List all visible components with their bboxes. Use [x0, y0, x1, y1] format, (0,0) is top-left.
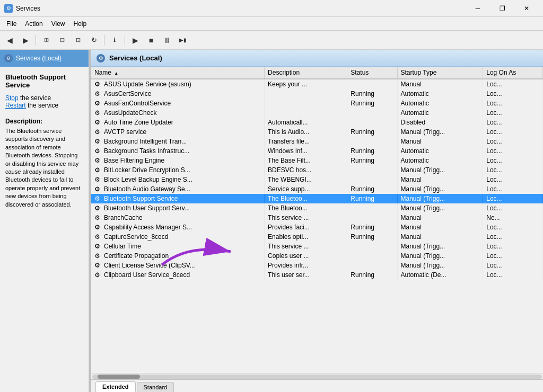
up-one-level-button[interactable]: ⊟: [55, 33, 69, 48]
service-icon: ⚙: [94, 243, 102, 250]
restore-button[interactable]: ❐: [490, 0, 514, 17]
show-hide-action-pane-button[interactable]: ⊡: [71, 33, 85, 48]
table-row[interactable]: ⚙ Background Intelligent Tran... Transfe…: [91, 137, 543, 146]
col-startup[interactable]: Startup Type: [397, 67, 483, 79]
bottom-tabs: Extended Standard: [91, 379, 543, 392]
service-description-cell: Provides faci...: [265, 222, 347, 232]
table-row[interactable]: ⚙ Base Filtering Engine The Base Filt...…: [91, 156, 543, 165]
col-logon[interactable]: Log On As: [483, 67, 543, 79]
service-name-cell: ⚙ Clipboard User Service_8cecd: [91, 270, 265, 280]
tab-standard[interactable]: Standard: [137, 382, 174, 392]
menu-action[interactable]: Action: [21, 19, 47, 29]
service-description-cell: Windows inf...: [265, 146, 347, 156]
menu-help[interactable]: Help: [69, 19, 91, 29]
table-header: Name ▲ Description Status Startup Type L…: [91, 67, 543, 79]
service-name-cell: ⚙ Background Tasks Infrastruc...: [91, 146, 265, 156]
service-icon: ⚙: [94, 204, 102, 212]
menu-file[interactable]: File: [2, 19, 21, 29]
service-logon-cell: Loc...: [483, 270, 543, 280]
table-row[interactable]: ⚙ AsusFanControlService Running Automati…: [91, 99, 543, 108]
table-row[interactable]: ⚙ AVCTP service This is Audio... Running…: [91, 127, 543, 137]
service-description-cell: Copies user ...: [265, 251, 347, 261]
table-row[interactable]: ⚙ BitLocker Drive Encryption S... BDESVC…: [91, 165, 543, 175]
table-row[interactable]: ⚙ ASUS Update Service (asusm) Keeps your…: [91, 79, 543, 89]
back-button[interactable]: ◀: [2, 33, 17, 48]
service-icon: ⚙: [94, 252, 102, 260]
service-description-cell: The WBENGI...: [265, 175, 347, 184]
forward-button[interactable]: ▶: [18, 33, 33, 48]
service-icon: ⚙: [94, 119, 102, 126]
table-row[interactable]: ⚙ CaptureService_8cecd Enables opti... R…: [91, 232, 543, 242]
stop-service-link[interactable]: Stop: [5, 94, 19, 102]
table-row[interactable]: ⚙ Certificate Propagation Copies user ..…: [91, 251, 543, 261]
service-status-cell: Running: [347, 89, 397, 99]
service-status-cell: [347, 108, 397, 118]
service-name-cell: ⚙ AVCTP service: [91, 127, 265, 137]
service-startup-cell: Manual (Trigg...: [397, 165, 483, 175]
menu-view[interactable]: View: [47, 19, 69, 29]
service-startup-cell: Manual (Trigg...: [397, 127, 483, 137]
stop-button[interactable]: ■: [144, 33, 159, 48]
scrollbar-thumb[interactable]: [98, 375, 140, 379]
minimize-button[interactable]: ─: [466, 0, 490, 17]
service-status-cell: Running: [347, 232, 397, 242]
services-table-container[interactable]: Name ▲ Description Status Startup Type L…: [91, 67, 543, 373]
restart-service-link[interactable]: Restart: [5, 102, 26, 109]
refresh-button[interactable]: ↻: [86, 33, 101, 48]
table-row[interactable]: ⚙ AsusUpdateCheck Automatic Loc...: [91, 108, 543, 118]
table-row[interactable]: ⚙ Capability Access Manager S... Provide…: [91, 222, 543, 232]
scrollbar-track: [92, 375, 542, 379]
service-startup-cell: Manual (Trigg...: [397, 184, 483, 194]
service-status-cell: Running: [347, 184, 397, 194]
service-description-cell: The Bluetoo...: [265, 203, 347, 213]
service-logon-cell: Loc...: [483, 194, 543, 203]
table-row[interactable]: ⚙ Background Tasks Infrastruc... Windows…: [91, 146, 543, 156]
left-panel-header: ⚙ Services (Local): [0, 50, 89, 67]
service-startup-cell: Manual (Trigg...: [397, 242, 483, 251]
service-startup-cell: Automatic (De...: [397, 270, 483, 280]
service-status-cell: Running: [347, 194, 397, 203]
service-logon-cell: Loc...: [483, 146, 543, 156]
service-name-cell: ⚙ Block Level Backup Engine S...: [91, 175, 265, 184]
table-row[interactable]: ⚙ Client License Service (ClipSV... Prov…: [91, 261, 543, 270]
col-name[interactable]: Name ▲: [91, 67, 265, 79]
service-logon-cell: Loc...: [483, 118, 543, 127]
play-button[interactable]: ▶: [128, 33, 143, 48]
service-logon-cell: Loc...: [483, 203, 543, 213]
service-name-cell: ⚙ ASUS Update Service (asusm): [91, 79, 265, 89]
table-row[interactable]: ⚙ Bluetooth User Support Serv... The Blu…: [91, 203, 543, 213]
horizontal-scrollbar[interactable]: [91, 373, 543, 379]
service-status-cell: [347, 213, 397, 222]
close-button[interactable]: ✕: [514, 0, 539, 17]
restart-button[interactable]: ▶▮: [176, 33, 190, 48]
restart-action-line: Restart the service: [5, 102, 83, 109]
tab-extended[interactable]: Extended: [95, 381, 136, 392]
service-name-cell: ⚙ Bluetooth User Support Serv...: [91, 203, 265, 213]
table-row[interactable]: ⚙ Cellular Time This service ... Manual …: [91, 242, 543, 251]
service-status-cell: [347, 242, 397, 251]
col-description[interactable]: Description: [265, 67, 347, 79]
service-status-cell: [347, 251, 397, 261]
table-row[interactable]: ⚙ Bluetooth Audio Gateway Se... Service …: [91, 184, 543, 194]
table-row[interactable]: ⚙ BranchCache This service ... Manual Ne…: [91, 213, 543, 222]
service-name-cell: ⚙ Client License Service (ClipSV...: [91, 261, 265, 270]
service-name-cell: ⚙ AsusFanControlService: [91, 99, 265, 108]
service-startup-cell: Manual (Trigg...: [397, 194, 483, 203]
properties-button[interactable]: ℹ: [107, 33, 122, 48]
service-name-cell: ⚙ Base Filtering Engine: [91, 156, 265, 165]
service-description-cell: [265, 99, 347, 108]
service-startup-cell: Automatic: [397, 89, 483, 99]
col-status[interactable]: Status: [347, 67, 397, 79]
service-startup-cell: Automatic: [397, 108, 483, 118]
table-row[interactable]: ⚙ Bluetooth Support Service The Bluetoo.…: [91, 194, 543, 203]
service-description-cell: Service supp...: [265, 184, 347, 194]
table-row[interactable]: ⚙ Auto Time Zone Updater Automaticall...…: [91, 118, 543, 127]
service-logon-cell: Loc...: [483, 242, 543, 251]
service-status-cell: Running: [347, 156, 397, 165]
table-row[interactable]: ⚙ Clipboard User Service_8cecd This user…: [91, 270, 543, 280]
show-console-tree-button[interactable]: ⊞: [39, 33, 54, 48]
table-row[interactable]: ⚙ Block Level Backup Engine S... The WBE…: [91, 175, 543, 184]
pause-button[interactable]: ⏸: [160, 33, 174, 48]
service-description-cell: BDESVC hos...: [265, 165, 347, 175]
table-row[interactable]: ⚙ AsusCertService Running Automatic Loc.…: [91, 89, 543, 99]
